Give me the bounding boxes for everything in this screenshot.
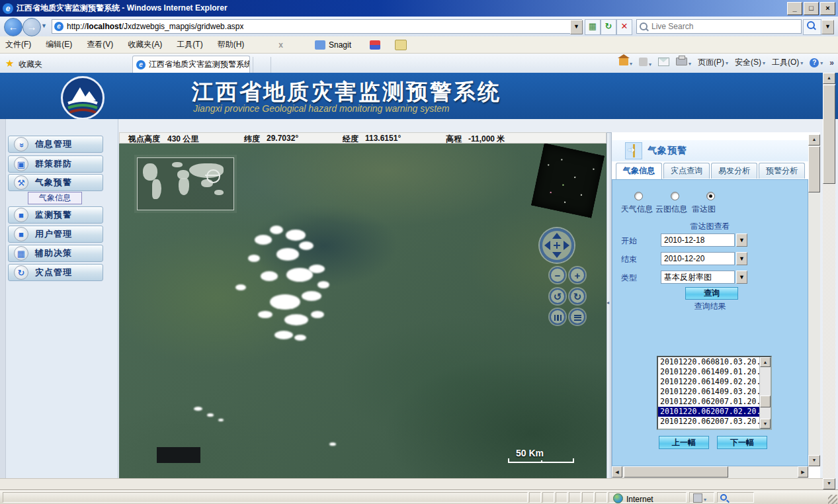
list-item[interactable]: 20101220.060810.03.20. xyxy=(658,357,771,367)
listbox-scroll-thumb[interactable] xyxy=(760,396,771,407)
pan-down-icon[interactable] xyxy=(552,252,562,258)
sidebar-item-monitor-warning[interactable]: ■ 监测预警 xyxy=(8,206,103,224)
sidebar-item-weather-warning[interactable]: ⚒ 气象预警 xyxy=(8,174,103,191)
pan-left-icon[interactable] xyxy=(544,241,550,250)
overview-map-inset[interactable] xyxy=(137,157,234,210)
end-date-dropdown-icon[interactable]: ▼ xyxy=(736,252,747,265)
help-button[interactable]: ?▾ xyxy=(810,58,823,67)
map-pan-control[interactable] xyxy=(540,228,574,263)
search-input[interactable] xyxy=(650,21,785,32)
panel-scroll-down-icon[interactable]: ▼ xyxy=(808,455,820,466)
chevron-more-icon[interactable]: » xyxy=(829,58,834,67)
radio-radar[interactable] xyxy=(706,192,715,200)
address-dropdown-button[interactable]: ▼ xyxy=(570,20,583,34)
results-listbox[interactable]: 20101220.060810.03.20. 20101220.061409.0… xyxy=(657,356,772,430)
type-dropdown-icon[interactable]: ▼ xyxy=(736,271,747,284)
menu-file[interactable]: 文件(F) xyxy=(5,39,31,50)
menu-view[interactable]: 查看(V) xyxy=(87,39,113,50)
menu-favorites[interactable]: 收藏夹(A) xyxy=(128,39,162,50)
menu-edit[interactable]: 编辑(E) xyxy=(46,39,72,50)
feeds-button[interactable]: ▾ xyxy=(639,58,651,68)
sidebar-item-group-defense[interactable]: ▣ 群策群防 xyxy=(8,155,103,173)
search-box[interactable] xyxy=(636,19,802,34)
print-button[interactable]: ▾ xyxy=(676,58,691,67)
radio-weather[interactable] xyxy=(634,192,643,200)
type-select[interactable]: 基本反射率图 xyxy=(661,271,735,284)
tab-hazard-query[interactable]: 灾点查询 xyxy=(663,163,710,179)
safety-menu-button[interactable]: 安全(S)▾ xyxy=(735,57,765,68)
sidebar-item-user-mgmt[interactable]: ■ 用户管理 xyxy=(8,226,103,243)
search-options-button[interactable]: ▼ xyxy=(821,20,834,34)
panel-scroll-thumb[interactable] xyxy=(808,146,820,192)
satellite-map[interactable]: − + ↺ ↻ 50 Km xyxy=(119,144,607,485)
next-image-button[interactable]: 下一幅 xyxy=(717,436,767,449)
stop-button[interactable]: ✕ xyxy=(616,19,632,35)
page-vertical-scrollbar[interactable]: ▲ ▼ xyxy=(823,73,835,489)
page-tab[interactable]: e 江西省地质灾害监测预警系统 xyxy=(132,56,250,73)
tab-susceptibility[interactable]: 易发分析 xyxy=(711,163,757,179)
snagit-button[interactable]: Snagit xyxy=(315,40,351,50)
radio-radar-label[interactable]: 雷达图 xyxy=(692,204,716,215)
panel-hscroll-thumb[interactable] xyxy=(624,466,728,478)
listbox-scrollbar[interactable]: ▲ ▼ xyxy=(759,357,771,429)
resize-grip[interactable] xyxy=(828,495,837,504)
prev-image-button[interactable]: 上一幅 xyxy=(659,436,709,449)
panel-scroll-up-icon[interactable]: ▲ xyxy=(808,134,820,146)
sidebar-item-info-mgmt[interactable]: » 信息管理 xyxy=(8,136,103,153)
menu-help[interactable]: 帮助(H) xyxy=(218,39,245,50)
history-dropdown-icon[interactable]: ▼ xyxy=(41,22,47,29)
page-scroll-up-icon[interactable]: ▲ xyxy=(823,73,835,84)
pan-right-icon[interactable] xyxy=(564,241,569,250)
favorites-star-icon[interactable]: ★ xyxy=(5,58,14,69)
maximize-button[interactable]: □ xyxy=(804,2,819,15)
mail-button[interactable] xyxy=(658,58,669,68)
zoom-segment[interactable]: 100%▾ xyxy=(717,492,754,503)
list-item[interactable]: 20101220.062007.03.20. xyxy=(658,417,771,427)
page-scroll-thumb[interactable] xyxy=(823,85,835,184)
panel-scroll-left-icon[interactable]: ◀ xyxy=(612,466,622,478)
zoom-in-button[interactable]: + xyxy=(569,267,585,283)
home-button[interactable]: ▾ xyxy=(619,58,632,67)
new-tab-stub[interactable] xyxy=(253,57,271,73)
start-date-dropdown-icon[interactable]: ▼ xyxy=(736,233,747,247)
scroll-down-icon[interactable]: ▼ xyxy=(760,419,771,429)
toolbar-close-icon[interactable]: x xyxy=(278,40,283,50)
query-button[interactable]: 查询 xyxy=(685,287,738,300)
protected-mode-segment[interactable]: ▾ xyxy=(689,492,714,503)
back-button[interactable]: ← xyxy=(4,18,22,36)
menu-tools[interactable]: 工具(T) xyxy=(177,39,202,50)
favorites-button[interactable]: 收藏夹 xyxy=(19,59,42,70)
list-item[interactable]: 20101220.061409.03.20. xyxy=(658,387,771,397)
rotate-ccw-button[interactable]: ↺ xyxy=(550,288,566,304)
close-button[interactable]: × xyxy=(820,2,835,15)
refresh-button[interactable]: ↻ xyxy=(601,19,616,35)
panel-scroll-right-icon[interactable]: ▶ xyxy=(798,466,808,478)
tools-menu-button[interactable]: 工具(O)▾ xyxy=(772,57,803,68)
tab-weather-info[interactable]: 气象信息 xyxy=(616,163,662,179)
tilt-down-button[interactable] xyxy=(569,309,585,325)
list-item[interactable]: 20101220.062007.01.20. xyxy=(658,397,771,407)
forward-button[interactable]: → xyxy=(22,18,41,36)
list-item-selected[interactable]: 20101220.062007.02.20. xyxy=(658,407,771,417)
radio-cloud-label[interactable]: 云图信息 xyxy=(655,204,687,215)
rotate-cw-button[interactable]: ↻ xyxy=(569,288,585,304)
tab-warning-analysis[interactable]: 预警分析 xyxy=(759,163,805,179)
zoom-out-button[interactable]: − xyxy=(550,267,566,283)
minimize-button[interactable]: _ xyxy=(787,2,802,15)
search-go-button[interactable] xyxy=(803,19,821,35)
list-item[interactable]: 20101220.061409.02.20. xyxy=(658,377,771,387)
sidebar-item-hazard-mgmt[interactable]: ↻ 灾点管理 xyxy=(8,264,103,281)
address-input[interactable]: e http://localhost/Jxdzwebgis_mapgis/gri… xyxy=(52,19,582,34)
list-item[interactable]: 20101220.061409.01.20. xyxy=(658,367,771,377)
page-menu-button[interactable]: 页面(P)▾ xyxy=(698,57,728,68)
snagit-capture-icon[interactable] xyxy=(370,40,380,50)
start-date-select[interactable]: 2010-12-18 xyxy=(661,233,735,247)
panel-horizontal-scrollbar[interactable]: ◀ ▶ xyxy=(612,466,808,478)
panel-splitter[interactable] xyxy=(607,132,612,485)
pan-up-icon[interactable] xyxy=(552,233,562,239)
scroll-up-icon[interactable]: ▲ xyxy=(760,357,771,367)
end-date-select[interactable]: 2010-12-20 xyxy=(661,252,735,265)
compatibility-button[interactable]: ▦ xyxy=(585,19,601,35)
panel-vertical-scrollbar[interactable]: ▲ ▼ xyxy=(808,134,820,466)
radio-weather-label[interactable]: 天气信息 xyxy=(621,204,653,215)
